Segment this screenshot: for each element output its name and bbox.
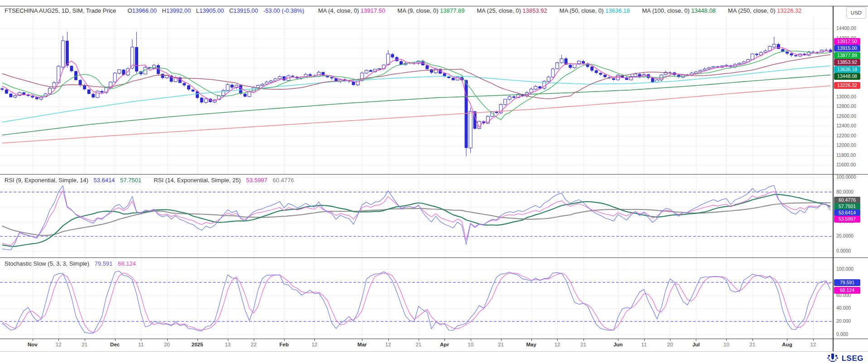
rsi-axis-label: 80.0000: [836, 189, 854, 194]
time-axis-label: 22: [240, 342, 267, 347]
close-value: 13915.00: [233, 7, 258, 14]
time-axis[interactable]: Nov1221Dec112020251322Feb12Mar1221Apr102…: [0, 339, 833, 351]
stoch-panel-title[interactable]: Stochastic Slow (5, 3, 3, Simple) 79.591…: [5, 260, 136, 267]
time-axis-label: 10: [457, 342, 484, 347]
time-tick-mark: [670, 339, 670, 341]
ma-legend-label: MA (4, close, 0): [318, 7, 361, 14]
currency-label: USD: [851, 10, 862, 15]
ma-legend-item[interactable]: MA (100, close, 0) 13448.08: [642, 7, 716, 14]
instrument-title: FTSECHINA AUG25, 1D, SIM, Trade Price: [5, 7, 116, 14]
time-tick-mark: [618, 339, 618, 341]
value-axis[interactable]: 14400.0014200.0014000.0013800.0013600.00…: [834, 0, 868, 364]
time-axis-label: 12: [45, 342, 72, 347]
rsi-stoch-divider[interactable]: [0, 257, 868, 258]
price-axis-badge: 13917.50: [834, 38, 860, 45]
ma-legend-label: MA (9, close, 0): [397, 7, 440, 14]
ma-legend-item[interactable]: MA (4, close, 0) 13917.50: [318, 7, 385, 14]
time-axis-label: 12: [301, 342, 328, 347]
time-tick-mark: [85, 339, 85, 341]
time-tick-mark: [813, 339, 814, 341]
time-tick-mark: [58, 339, 59, 341]
rsi-chart-canvas[interactable]: [0, 175, 833, 257]
price-axis-label: 11800.00: [836, 152, 856, 158]
price-axis-badge: 13853.92: [834, 59, 860, 66]
rsi-axis-label: 100.0000: [836, 174, 856, 180]
time-axis-label: Jul: [682, 342, 709, 347]
ma-legend-value: 13877.89: [440, 7, 464, 14]
time-axis-label: Aug: [773, 342, 800, 347]
rsi-value-1: 53.6414: [94, 177, 115, 184]
rsi-axis-label: 20.0000: [836, 233, 854, 238]
ma-legend-label: MA (50, close, 0): [559, 7, 605, 14]
price-chart-canvas[interactable]: [0, 16, 833, 174]
ma-legend-value: 13917.50: [361, 7, 385, 14]
close-label: C: [229, 7, 233, 14]
stoch-axis-label: 100.000: [836, 266, 854, 272]
ma-legend-value: 13636.18: [605, 7, 630, 14]
time-tick-mark: [228, 339, 228, 341]
rsi-panel-title[interactable]: RSI (9, Exponential, Simple, 14) 53.6414…: [5, 177, 294, 184]
ma-legend-item[interactable]: MA (25, close, 0) 13853.92: [477, 7, 547, 14]
time-axis-label: Apr: [431, 342, 458, 347]
ma-legend-item[interactable]: MA (9, close, 0) 13877.89: [397, 7, 464, 14]
open-label: O: [128, 7, 132, 14]
lseg-wordmark: LSEG: [842, 354, 863, 363]
time-tick-mark: [501, 339, 502, 341]
price-axis-badge: 13915.00: [834, 45, 860, 52]
time-axis-label: Jun: [604, 342, 632, 347]
time-tick-mark: [557, 339, 558, 341]
time-axis-label: Nov: [19, 342, 46, 347]
time-tick-mark: [419, 339, 419, 341]
time-tick-mark: [362, 339, 362, 341]
price-axis-label: 12000.00: [836, 142, 856, 148]
time-axis-label: 13: [214, 342, 241, 347]
stoch-axis-label: 20.000: [836, 318, 851, 324]
time-axis-label: 21: [570, 342, 597, 347]
rsi-axis-badge: 53.6414: [834, 209, 860, 216]
time-tick-mark: [33, 339, 33, 341]
price-axis-badge: 13226.32: [834, 82, 860, 89]
ma-legend-value: 13226.32: [777, 7, 801, 14]
chart-legend[interactable]: FTSECHINA AUG25, 1D, SIM, Trade Price O1…: [5, 7, 801, 15]
price-axis-label: 11600.00: [836, 162, 856, 167]
stoch-axis-badge: 79.591: [834, 279, 860, 286]
frame-top-line: [0, 6, 868, 6]
stoch-chart-canvas[interactable]: [0, 258, 833, 339]
time-tick-mark: [444, 339, 445, 341]
time-axis-label: 11: [631, 342, 658, 347]
rsi-value-2: 57.7501: [120, 177, 141, 184]
low-value: 13905.00: [199, 7, 224, 14]
rsi-label-1: RSI (9, Exponential, Simple, 14): [5, 177, 88, 184]
change-value: -53.00 (-0.38%): [263, 7, 304, 14]
time-axis-label: 10: [713, 342, 740, 347]
time-axis-label: 21: [487, 342, 515, 347]
ma-legend-label: MA (100, close, 0): [642, 7, 691, 14]
price-axis-label: 12800.00: [836, 103, 856, 109]
stoch-axis-label: 40.000: [836, 305, 851, 311]
currency-button[interactable]: USD: [846, 7, 866, 19]
ma-legend-item[interactable]: MA (250, close, 0) 13226.32: [728, 7, 802, 14]
ma-legend-label: MA (25, close, 0): [477, 7, 522, 14]
chart-window: FTSECHINA AUG25, 1D, SIM, Trade Price O1…: [0, 0, 868, 364]
high-label: H: [162, 7, 166, 14]
stoch-k-value: 79.591: [95, 260, 113, 267]
time-axis-label: 12: [800, 342, 827, 347]
time-axis-label: 12: [375, 342, 402, 347]
time-axis-label: Mar: [348, 342, 376, 347]
open-value: 13966.00: [132, 7, 157, 14]
rsi-axis-badge: 53.5997: [834, 216, 860, 223]
time-axis-label: 2025: [184, 342, 211, 347]
time-tick-mark: [696, 339, 696, 341]
time-tick-mark: [726, 339, 727, 341]
time-tick-mark: [752, 339, 753, 341]
price-axis-badge: 13877.89: [834, 52, 860, 59]
rsi-label-2: RSI (14, Exponential, Simple, 25): [154, 177, 241, 184]
time-tick-mark: [284, 339, 285, 341]
footer-bar: LSEG: [0, 352, 868, 364]
price-axis-label: 12400.00: [836, 123, 856, 128]
ma-legend-item[interactable]: MA (50, close, 0) 13636.18: [559, 7, 630, 14]
price-axis-label: 12600.00: [836, 113, 856, 119]
rsi-axis-badge: 57.7501: [834, 203, 860, 210]
price-rsi-divider[interactable]: [0, 174, 868, 175]
time-tick-mark: [644, 339, 645, 341]
